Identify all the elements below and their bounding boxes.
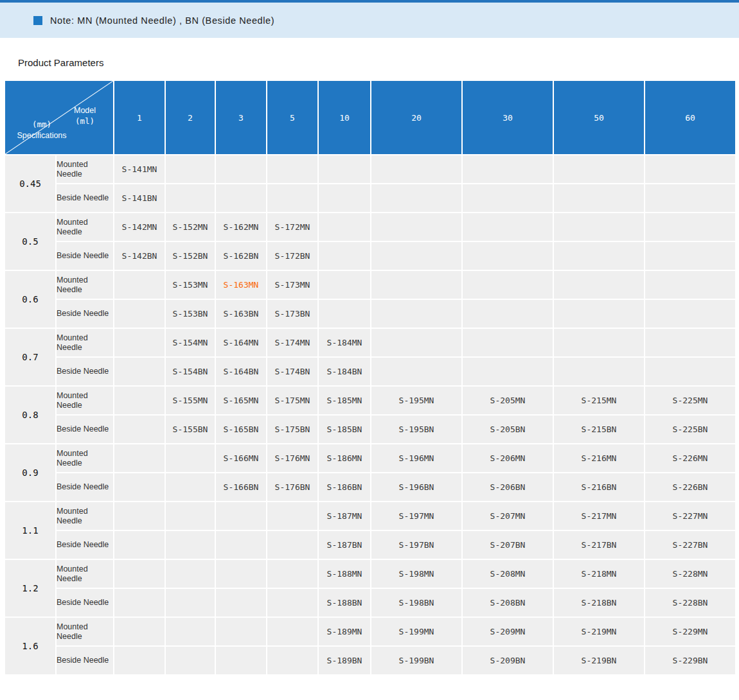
model-cell: [114, 473, 165, 501]
model-cell: [463, 300, 553, 328]
model-cell: S-185BN: [319, 416, 370, 443]
model-cell: S-228MN: [645, 560, 735, 588]
model-cell: S-155MN: [166, 387, 215, 414]
needle-type-label: Beside Needle: [57, 589, 113, 617]
model-cell: S-206MN: [463, 444, 553, 472]
model-cell: [216, 531, 266, 559]
model-cell: S-189BN: [319, 647, 370, 674]
model-cell: [114, 329, 165, 356]
model-cell: [371, 242, 461, 270]
model-cell: [319, 271, 370, 299]
model-cell: [114, 589, 165, 617]
needle-type-label: Beside Needle: [57, 531, 113, 559]
model-cell: [645, 242, 735, 270]
model-cell: [554, 242, 644, 270]
model-cell: S-219MN: [554, 618, 644, 645]
model-cell: S-227MN: [645, 502, 735, 530]
model-cell: S-164BN: [216, 358, 266, 385]
model-cell: [114, 531, 165, 559]
needle-type-label: Mounted Needle: [57, 444, 113, 472]
model-cell: S-141BN: [114, 184, 165, 212]
table-row-mounted-0.7: 0.7Mounted NeedleS-154MNS-164MNS-174MNS-…: [5, 329, 735, 356]
needle-type-label: Beside Needle: [57, 242, 113, 270]
model-cell: S-185MN: [319, 387, 370, 414]
spec-cell: 1.1: [5, 502, 55, 559]
model-cell: [645, 300, 735, 328]
table-row-mounted-1.6: 1.6Mounted NeedleS-189MNS-199MNS-209MNS-…: [5, 618, 735, 645]
note-text: Note: MN (Mounted Needle) , BN (Beside N…: [50, 15, 274, 26]
column-header-50: 50: [554, 81, 644, 154]
model-cell: S-205BN: [463, 416, 553, 443]
highlighted-model-cell[interactable]: S-163MN: [216, 271, 266, 299]
model-cell: [114, 358, 165, 385]
needle-type-label: Mounted Needle: [57, 560, 113, 588]
model-cell: S-176BN: [267, 473, 317, 501]
model-cell: S-174MN: [267, 329, 317, 356]
model-cell: [645, 184, 735, 212]
note-banner: Note: MN (Mounted Needle) , BN (Beside N…: [0, 3, 739, 38]
model-cell: [319, 213, 370, 241]
model-cell: S-184BN: [319, 358, 370, 385]
model-cell: S-218BN: [554, 589, 644, 617]
model-cell: S-198BN: [371, 589, 461, 617]
model-cell: S-166MN: [216, 444, 266, 472]
table-row-beside-0.7: Beside NeedleS-154BNS-164BNS-174BNS-184B…: [5, 358, 735, 385]
model-cell: [463, 329, 553, 356]
model-cell: S-229BN: [645, 647, 735, 674]
model-cell: [114, 271, 165, 299]
table-row-beside-0.5: Beside NeedleS-142BNS-152BNS-162BNS-172B…: [5, 242, 735, 270]
model-cell: S-142BN: [114, 242, 165, 270]
model-cell: S-219BN: [554, 647, 644, 674]
model-cell: S-154MN: [166, 329, 215, 356]
model-cell: [554, 300, 644, 328]
model-cell: S-207BN: [463, 531, 553, 559]
table-row-mounted-0.5: 0.5Mounted NeedleS-142MNS-152MNS-162MNS-…: [5, 213, 735, 241]
model-cell: [371, 329, 461, 356]
model-cell: S-196BN: [371, 473, 461, 501]
model-cell: S-208MN: [463, 560, 553, 588]
model-cell: S-188MN: [319, 560, 370, 588]
model-cell: [267, 560, 317, 588]
model-cell: S-163BN: [216, 300, 266, 328]
model-cell: [166, 531, 215, 559]
model-cell: S-217MN: [554, 502, 644, 530]
model-cell: S-195MN: [371, 387, 461, 414]
needle-type-label: Mounted Needle: [57, 387, 113, 414]
needle-type-label: Beside Needle: [57, 473, 113, 501]
model-cell: S-176MN: [267, 444, 317, 472]
table-row-mounted-0.6: 0.6Mounted NeedleS-153MNS-163MNS-173MN: [5, 271, 735, 299]
model-cell: S-218MN: [554, 560, 644, 588]
table-row-beside-1.1: Beside NeedleS-187BNS-197BNS-207BNS-217B…: [5, 531, 735, 559]
model-cell: [371, 300, 461, 328]
model-cell: [319, 155, 370, 183]
spec-cell: 0.6: [5, 271, 55, 328]
model-cell: S-215BN: [554, 416, 644, 443]
model-cell: S-205MN: [463, 387, 553, 414]
needle-type-label: Beside Needle: [57, 184, 113, 212]
model-cell: [114, 560, 165, 588]
column-header-30: 30: [463, 81, 553, 154]
model-cell: [267, 589, 317, 617]
model-cell: [216, 618, 266, 645]
table-row-mounted-0.8: 0.8Mounted NeedleS-155MNS-165MNS-175MNS-…: [5, 387, 735, 414]
model-cell: S-142MN: [114, 213, 165, 241]
table-row-mounted-0.45: 0.45Mounted NeedleS-141MN: [5, 155, 735, 183]
model-cell: [166, 502, 215, 530]
model-cell: S-217BN: [554, 531, 644, 559]
model-cell: [216, 560, 266, 588]
model-cell: S-173MN: [267, 271, 317, 299]
model-cell: S-186BN: [319, 473, 370, 501]
needle-type-label: Mounted Needle: [57, 213, 113, 241]
model-cell: S-226BN: [645, 473, 735, 501]
table-row-mounted-0.9: 0.9Mounted NeedleS-166MNS-176MNS-186MNS-…: [5, 444, 735, 472]
needle-type-label: Beside Needle: [57, 416, 113, 443]
needle-type-label: Beside Needle: [57, 300, 113, 328]
model-cell: [114, 416, 165, 443]
model-cell: S-173BN: [267, 300, 317, 328]
needle-type-label: Beside Needle: [57, 647, 113, 674]
model-cell: [554, 155, 644, 183]
table-row-beside-0.45: Beside NeedleS-141BN: [5, 184, 735, 212]
model-cell: S-188BN: [319, 589, 370, 617]
model-cell: S-216MN: [554, 444, 644, 472]
model-cell: [216, 502, 266, 530]
